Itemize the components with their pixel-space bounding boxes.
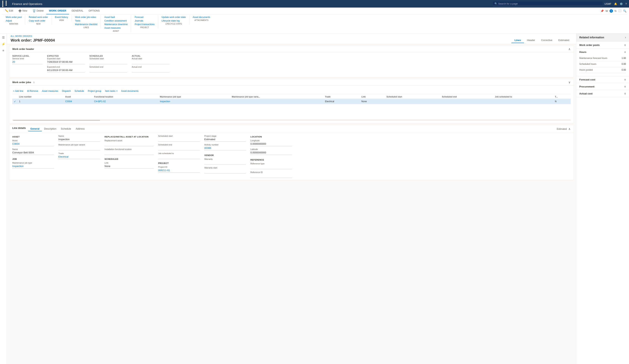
ld-reference-id-value[interactable] (250, 174, 292, 178)
collapse-header-btn[interactable]: ∧ (568, 47, 571, 51)
ld-installation-fl-value[interactable] (105, 151, 154, 155)
line-details-tab-general[interactable]: General (28, 126, 42, 131)
add-line-btn[interactable]: + Add line (12, 89, 24, 93)
word-icon[interactable]: W (605, 9, 608, 13)
ld-scheduled-end-value[interactable] (158, 146, 200, 150)
ribbon-item-maintenance-downtime[interactable]: Maintenance downtime (103, 23, 129, 26)
rp-section-actual-cost-header[interactable]: Actual cost ∨ (576, 90, 629, 97)
ld-project-id-value[interactable]: 000211-01 (158, 168, 200, 173)
ribbon-group-new: Related work order Copy work order NEW (25, 15, 51, 25)
actual-end-label: Actual end (132, 66, 169, 68)
rp-section-forecast-cost-header[interactable]: Forecast cost ∨ (576, 76, 629, 83)
ribbon-item-forecast[interactable]: Forecast (134, 15, 156, 19)
ribbon-tab-work-order[interactable]: WORK ORDER (46, 7, 69, 14)
actual-end-value[interactable] (132, 68, 169, 73)
item-tasks-btn[interactable]: Item tasks (104, 89, 118, 93)
work-order-header-section-header[interactable]: Work order header ∧ (9, 46, 574, 52)
rp-maintenance-forecast-hours-value: 1.00 (622, 57, 626, 59)
line-details-tab-schedule[interactable]: Schedule (59, 126, 73, 131)
ribbon-tab-options[interactable]: OPTIONS (86, 7, 102, 14)
ribbon-item-lifecycle-state-log[interactable]: Lifecycle state log (160, 19, 187, 22)
page-tab-corrective[interactable]: Corrective (538, 38, 555, 43)
user-label[interactable]: USMF (605, 2, 612, 5)
ld-trade-value[interactable]: Electrical (58, 155, 100, 159)
rp-section-hours-header[interactable]: Hours ∧ (576, 49, 629, 55)
ld-name-mjt-variant-value[interactable] (58, 146, 100, 150)
sidebar-hamburger-icon[interactable]: ☰ (1, 35, 5, 40)
line-details-tab-description[interactable]: Description (42, 126, 59, 131)
ld-name-label: Name (58, 135, 100, 137)
work-order-header-section-title: Work order header (12, 48, 34, 50)
collapse-line-details-btn[interactable]: ∧ (568, 127, 571, 131)
asset-measures-btn[interactable]: Asset measures (41, 89, 59, 93)
badge-icon[interactable]: 0 (610, 9, 613, 13)
ribbon-tab-edit[interactable]: ✏️ Edit (2, 7, 16, 14)
expected-start-value[interactable]: 7/28/2019 07:00:00 AM (47, 60, 85, 64)
schedule-btn[interactable]: Schedule (74, 89, 85, 93)
line-details-tab-address[interactable]: Address (73, 126, 87, 131)
remove-btn[interactable]: ⊟ Remove (26, 89, 39, 93)
ld-reference-type-value[interactable] (250, 165, 292, 169)
ribbon-item-adjust[interactable]: Adjust (4, 19, 23, 22)
page-tab-header[interactable]: Header (524, 38, 538, 43)
ribbon-item-journals[interactable]: Journals (134, 19, 156, 22)
rp-section-procurement-header[interactable]: Procurement ∨ (576, 83, 629, 90)
asset-documents-btn[interactable]: Asset documents (120, 89, 139, 93)
horizontal-scrollbar[interactable] (12, 120, 571, 121)
service-level-value[interactable]: 20 (12, 60, 42, 64)
rp-section-work-order-pools-header[interactable]: Work order pools ∨ (576, 42, 629, 48)
search-ribbon-icon[interactable]: 🔍 (623, 9, 627, 13)
ribbon-item-asset-documents[interactable]: Asset documents (192, 15, 211, 19)
refresh-icon[interactable]: ↻ (614, 9, 617, 13)
scheduled-end-value[interactable] (89, 68, 127, 73)
scheduled-start-value[interactable] (89, 60, 127, 64)
table-row[interactable]: ✓ 1 C0004 CH-BP1-02 Inspection Electrica… (12, 99, 571, 104)
ld-activity-number-value[interactable]: 00386 (204, 146, 246, 150)
fullscreen-icon[interactable]: ⛶ (618, 9, 622, 13)
work-order-jobs-section-header[interactable]: Work order jobs 1 ∨ (9, 79, 574, 86)
sidebar-filter-icon[interactable]: ⚡ (1, 42, 6, 47)
bell-icon[interactable]: 🔔 (614, 2, 617, 5)
search-input[interactable] (498, 2, 597, 5)
ribbon-tab-new[interactable]: ➕ New (16, 7, 30, 14)
ribbon-item-update-work-order-state[interactable]: Update work order state (160, 15, 187, 19)
ribbon-item-asset-fault[interactable]: Asset fault (103, 15, 129, 19)
dispatch-btn[interactable]: Dispatch (61, 89, 72, 93)
actual-start-value[interactable] (132, 60, 169, 64)
right-panel-close-btn[interactable]: › (625, 36, 626, 39)
app-grid-icon[interactable] (2, 1, 9, 7)
rp-hours-chevron: ∧ (624, 50, 626, 53)
ld-replacement-asset-value[interactable] (105, 142, 154, 146)
ld-scheduled-start-value[interactable] (158, 137, 200, 142)
ld-warranty-start-value[interactable] (204, 169, 246, 173)
ribbon-item-event-history[interactable]: Event history (54, 15, 69, 19)
page-tab-lines[interactable]: Lines (511, 38, 524, 43)
ribbon-item-copy-work-order[interactable]: Copy work order (28, 19, 49, 22)
ld-asset-value[interactable]: C0004 (12, 142, 54, 146)
ld-job-maintenance-job-type-value[interactable]: Inspection (12, 164, 54, 168)
page-tab-estimated[interactable]: Estimated (555, 38, 572, 43)
ribbon-item-related-work-order[interactable]: Related work order (28, 15, 49, 19)
ld-job-scheduled-to-value[interactable] (158, 155, 200, 159)
ribbon-tab-delete[interactable]: 🗑️ Delete (30, 7, 46, 14)
cell-maintenance-job-type[interactable]: Inspection (158, 99, 230, 104)
ribbon-item-tools[interactable]: Tools (74, 19, 99, 22)
ribbon-item-maintenance-checklist[interactable]: Maintenance checklist (74, 23, 99, 26)
breadcrumb[interactable]: ALL WORK ORDERS (10, 35, 572, 37)
ribbon-item-woj-notes[interactable]: Work order job notes (74, 15, 99, 19)
ribbon-item-project-transactions[interactable]: Project transactions (134, 23, 156, 26)
settings-icon[interactable]: ⚙️ (620, 2, 623, 5)
cell-asset[interactable]: C0004 (64, 99, 93, 104)
ribbon-tab-general[interactable]: GENERAL (69, 7, 86, 14)
project-group-btn[interactable]: Project group (87, 89, 102, 93)
sidebar-list-icon[interactable]: ≡ (2, 48, 5, 53)
ld-warranty-value[interactable] (204, 161, 246, 165)
cell-functional-location[interactable]: CH-BP1-02 (93, 99, 158, 104)
expected-end-value[interactable]: 8/11/2019 07:00:00 AM (47, 68, 85, 73)
collapse-jobs-btn[interactable]: ∨ (568, 81, 571, 84)
ribbon-item-work-order-pool[interactable]: Work order pool (4, 15, 23, 19)
pin-icon[interactable]: 📌 (600, 9, 604, 13)
help-icon[interactable]: ? (626, 2, 627, 5)
ribbon-item-condition-assessment[interactable]: Condition assessment (103, 19, 129, 22)
ribbon-item-asset-measures[interactable]: Asset measures (103, 26, 129, 30)
